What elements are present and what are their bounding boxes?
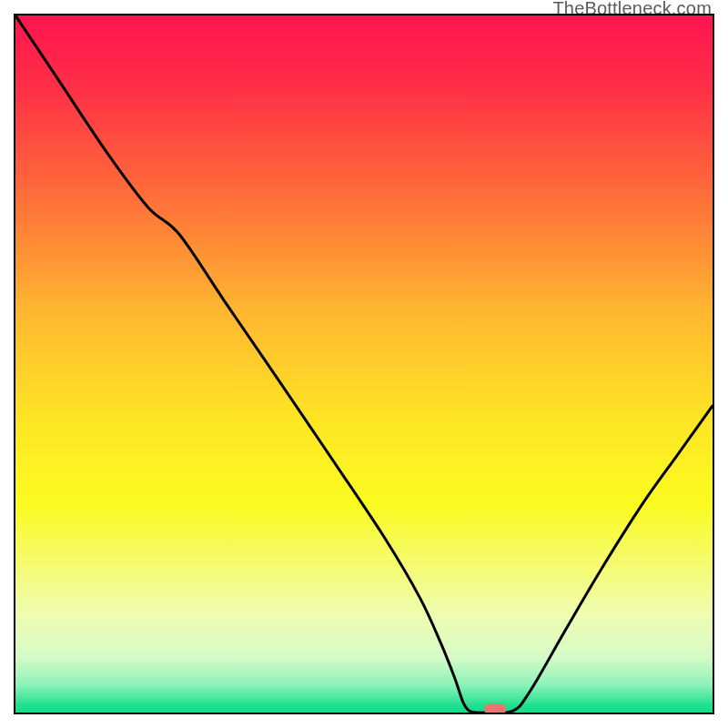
curve-line — [15, 15, 713, 713]
chart-container: TheBottleneck.com — [0, 0, 728, 728]
optimum-marker — [484, 703, 506, 714]
plot-area — [14, 14, 714, 714]
